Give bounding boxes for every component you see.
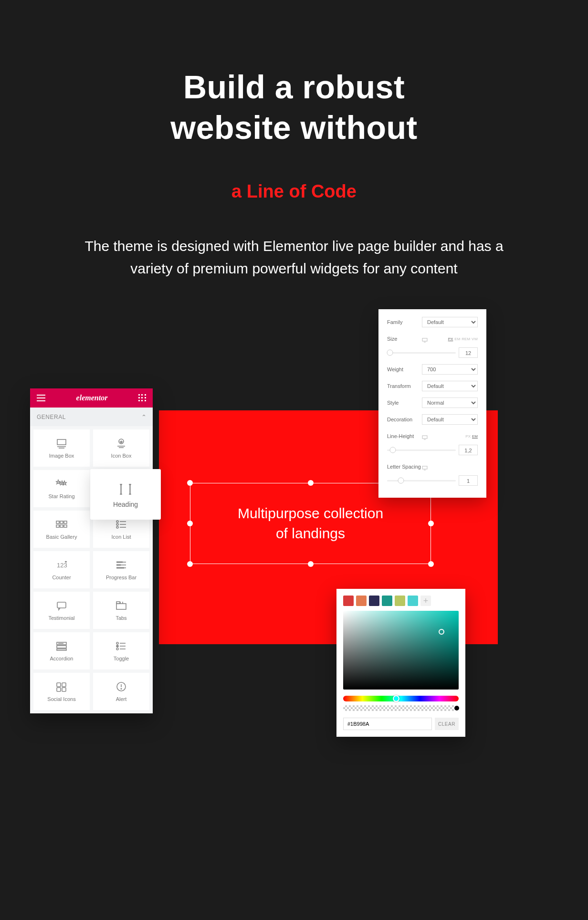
alpha-thumb[interactable]: [453, 705, 460, 711]
svg-rect-29: [57, 602, 66, 608]
widget-stars[interactable]: Star Rating: [33, 470, 90, 507]
lineheight-value[interactable]: 1,2: [459, 445, 478, 455]
size-units[interactable]: PXEMREMVW: [448, 337, 478, 341]
letterspacing-slider[interactable]: [387, 480, 456, 481]
counter-icon: 123: [55, 560, 68, 570]
style-select[interactable]: Normal: [422, 397, 478, 408]
svg-point-40: [116, 645, 118, 647]
hue-thumb[interactable]: [393, 695, 399, 702]
lineheight-slider[interactable]: [387, 450, 456, 451]
chevron-down-icon: ⌄: [141, 413, 147, 420]
size-slider[interactable]: [387, 352, 456, 354]
color-swatch[interactable]: [369, 596, 379, 606]
stars-icon: [55, 479, 68, 489]
transform-select[interactable]: Default: [422, 381, 478, 391]
gallery-icon: [55, 519, 68, 530]
svg-rect-46: [57, 688, 61, 691]
svg-rect-51: [422, 338, 427, 341]
svg-rect-12: [64, 521, 67, 523]
widget-label: Accordion: [50, 656, 74, 661]
color-swatches: +: [343, 596, 459, 606]
style-label: Style: [387, 400, 422, 406]
desktop-icon[interactable]: [422, 338, 428, 343]
color-swatch[interactable]: [408, 596, 418, 606]
weight-label: Weight: [387, 366, 422, 372]
color-swatch[interactable]: [395, 596, 405, 606]
svg-rect-37: [57, 649, 66, 650]
hero-section: Build a robust website without a Line of…: [0, 67, 588, 280]
social-icon: [55, 681, 68, 692]
svg-rect-30: [116, 604, 126, 609]
letterspacing-value[interactable]: 1: [459, 475, 478, 486]
svg-point-42: [116, 648, 118, 650]
svg-point-18: [116, 523, 118, 525]
widget-label: Counter: [52, 575, 71, 580]
weight-select[interactable]: 700: [422, 364, 478, 375]
clear-button[interactable]: CLEAR: [435, 718, 459, 730]
transform-label: Transform: [387, 383, 422, 389]
widget-label: Alert: [116, 696, 127, 702]
tabs-icon: [115, 600, 127, 611]
hue-slider[interactable]: [343, 696, 459, 701]
color-indicator[interactable]: [439, 629, 444, 635]
progress-icon: [115, 560, 127, 570]
svg-rect-53: [422, 436, 427, 439]
decoration-label: Decoration: [387, 417, 422, 422]
grid-icon[interactable]: [138, 394, 146, 402]
svg-point-50: [121, 688, 122, 689]
family-select[interactable]: Default: [422, 317, 478, 327]
typography-panel: Family Default Size PXEMREMVW 12 Weight …: [378, 309, 486, 498]
svg-rect-45: [62, 683, 66, 687]
widget-testimonial[interactable]: Testimonial: [33, 592, 90, 629]
widget-label: Social Icons: [47, 696, 75, 702]
widget-label: Testimonial: [48, 615, 74, 621]
widgets-grid: Image BoxIcon BoxStar RatingHeadingBasic…: [30, 426, 153, 713]
decoration-select[interactable]: Default: [422, 414, 478, 425]
size-label: Size: [387, 336, 422, 342]
hex-input[interactable]: [343, 718, 432, 730]
widget-category-label: GENERAL: [37, 414, 66, 420]
svg-rect-0: [57, 439, 66, 445]
color-swatch[interactable]: [343, 596, 354, 606]
svg-marker-7: [56, 480, 60, 484]
desktop-icon[interactable]: [422, 435, 428, 440]
widget-label: Icon Box: [111, 453, 132, 459]
color-swatch[interactable]: [356, 596, 367, 606]
widget-counter[interactable]: 123Counter: [33, 551, 90, 588]
desktop-icon[interactable]: [422, 466, 428, 470]
widget-gallery[interactable]: Basic Gallery: [33, 511, 90, 548]
testimonial-icon: [55, 600, 68, 611]
widget-progress[interactable]: Progress Bar: [93, 551, 149, 588]
add-swatch-button[interactable]: +: [420, 596, 431, 606]
widget-tabs[interactable]: Tabs: [93, 592, 149, 629]
widget-toggle[interactable]: Toggle: [93, 632, 149, 669]
toggle-icon: [115, 641, 127, 651]
color-gradient-field[interactable]: [343, 611, 459, 690]
svg-rect-13: [56, 525, 59, 527]
svg-rect-47: [62, 688, 66, 691]
color-swatch[interactable]: [382, 596, 392, 606]
widget-accordion[interactable]: Accordion: [33, 632, 90, 669]
widget-alert[interactable]: Alert: [93, 673, 149, 710]
img-box-icon: [55, 438, 68, 449]
alpha-slider[interactable]: [343, 705, 459, 711]
widget-category-general[interactable]: GENERAL ⌄: [30, 408, 153, 426]
svg-point-20: [116, 526, 118, 528]
svg-point-38: [116, 642, 118, 644]
lh-units[interactable]: PXEM: [465, 434, 478, 439]
widget-heading-popup[interactable]: Heading: [90, 469, 161, 520]
widget-icon-box[interactable]: Icon Box: [93, 429, 149, 467]
widget-label: Star Rating: [48, 493, 74, 499]
hamburger-icon[interactable]: [37, 395, 45, 401]
icon-box-icon: [115, 438, 127, 449]
svg-point-16: [116, 521, 118, 523]
svg-rect-44: [57, 683, 61, 687]
widget-label: Toggle: [114, 656, 129, 661]
widget-img-box[interactable]: Image Box: [33, 429, 90, 467]
widget-label: Basic Gallery: [46, 534, 77, 540]
elementor-logo: elementor: [76, 394, 108, 402]
widget-social[interactable]: Social Icons: [33, 673, 90, 710]
svg-rect-15: [64, 525, 67, 527]
svg-rect-11: [60, 521, 63, 523]
size-value[interactable]: 12: [459, 347, 478, 358]
